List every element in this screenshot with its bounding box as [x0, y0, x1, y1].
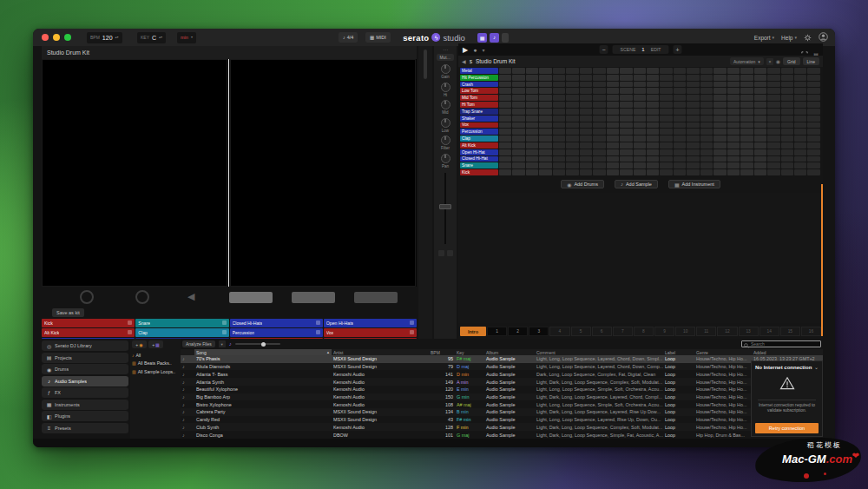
step-cell[interactable] — [727, 156, 740, 162]
drum-pad[interactable]: Kick — [42, 319, 135, 327]
step-cell[interactable] — [660, 82, 672, 88]
scale-value[interactable]: min — [181, 35, 188, 40]
step-cell[interactable] — [607, 162, 619, 169]
slider-thumb[interactable] — [261, 342, 266, 347]
step-cell[interactable] — [647, 82, 659, 88]
step-cell[interactable] — [713, 88, 726, 94]
track-name-pill[interactable]: Closed Hi-Hat — [460, 156, 498, 162]
step-cell[interactable] — [647, 135, 659, 142]
step-cell[interactable] — [727, 162, 740, 169]
track-name-pill[interactable]: Percussion — [460, 129, 498, 135]
step-cell[interactable] — [713, 102, 726, 108]
step-cell[interactable] — [607, 68, 619, 74]
step-cell[interactable] — [553, 156, 565, 162]
scene-minus-button[interactable]: − — [599, 45, 608, 54]
step-cell[interactable] — [713, 162, 726, 169]
step-cell[interactable] — [700, 162, 713, 169]
help-button[interactable]: Help ▾ — [781, 35, 797, 41]
step-cell[interactable] — [660, 135, 672, 142]
column-header-icon[interactable] — [181, 349, 194, 355]
step-cell[interactable] — [580, 162, 592, 169]
step-cell[interactable] — [687, 135, 699, 142]
key-control[interactable]: KEY C ▴▾ — [137, 32, 166, 43]
step-cell[interactable] — [634, 109, 646, 115]
step-cell[interactable] — [740, 162, 753, 169]
step-cell[interactable] — [740, 68, 753, 74]
preview-note-icon[interactable]: ♪ — [229, 341, 232, 347]
add-drums-button[interactable]: ◉Add Drums — [561, 180, 604, 188]
step-cell[interactable] — [499, 116, 511, 122]
play-icon[interactable]: ▶ — [463, 46, 468, 54]
save-as-kit-button[interactable]: Save as kit — [52, 308, 84, 317]
sidebar-item-fx[interactable]: ƒFX — [42, 387, 128, 398]
step-cell[interactable] — [499, 129, 511, 135]
channel-knob[interactable]: Hi — [441, 83, 450, 97]
step-cell[interactable] — [593, 156, 605, 162]
step-cell[interactable] — [580, 116, 592, 122]
step-cell[interactable] — [526, 149, 538, 155]
step-cell[interactable] — [634, 135, 646, 142]
step-cell[interactable] — [807, 102, 819, 108]
track-name-pill[interactable]: Trap Snare — [460, 109, 498, 115]
step-cell[interactable] — [647, 116, 659, 122]
step-cell[interactable] — [754, 109, 766, 115]
step-cell[interactable] — [767, 156, 779, 162]
step-cell[interactable] — [539, 82, 551, 88]
step-cell[interactable] — [781, 142, 793, 149]
step-cell[interactable] — [580, 109, 592, 115]
step-cell[interactable] — [566, 75, 578, 81]
step-cell[interactable] — [593, 102, 605, 108]
step-cell[interactable] — [740, 135, 753, 142]
step-cell[interactable] — [553, 116, 565, 122]
step-cell[interactable] — [781, 88, 793, 94]
step-cell[interactable] — [553, 75, 565, 81]
preview-volume-slider[interactable] — [235, 343, 280, 345]
step-cell[interactable] — [499, 82, 511, 88]
knob-dial-icon[interactable] — [441, 83, 450, 92]
step-cell[interactable] — [607, 135, 619, 142]
step-cell[interactable] — [687, 162, 699, 169]
step-cell[interactable] — [526, 122, 538, 129]
step-cell[interactable] — [539, 142, 551, 149]
step-cell[interactable] — [607, 129, 619, 135]
knob-dial-icon[interactable] — [441, 154, 450, 163]
step-cell[interactable] — [700, 75, 713, 81]
knob-dial-icon[interactable] — [441, 118, 450, 128]
step-cell[interactable] — [794, 149, 806, 155]
step-cell[interactable] — [593, 75, 605, 81]
step-cell[interactable] — [713, 129, 726, 135]
channel-knob[interactable]: Filter — [441, 135, 450, 150]
step-cell[interactable] — [634, 95, 646, 101]
step-cell[interactable] — [539, 102, 551, 108]
track-name-pill[interactable]: Hit Percussion — [460, 75, 498, 81]
time-signature-button[interactable]: ♪ 4/4 — [339, 32, 358, 43]
step-cell[interactable] — [674, 68, 686, 74]
add-instrument-crate-button[interactable]: +▦ — [148, 340, 163, 348]
sidebar-item-projects[interactable]: ▤Projects — [42, 353, 128, 363]
step-cell[interactable] — [767, 129, 779, 135]
step-cell[interactable] — [807, 109, 819, 115]
step-cell[interactable] — [807, 129, 819, 135]
fader-thumb[interactable] — [439, 204, 451, 209]
step-cell[interactable] — [781, 116, 793, 122]
key-stepper-icon[interactable]: ▴▾ — [159, 36, 162, 38]
step-cell[interactable] — [807, 169, 819, 175]
scale-dropdown[interactable]: min ▾ — [177, 32, 196, 43]
knob-dial-icon[interactable] — [441, 135, 450, 145]
scene-slot[interactable]: 1 — [487, 327, 507, 336]
step-cell[interactable] — [553, 169, 565, 175]
scene-slot[interactable]: 12 — [717, 327, 737, 336]
step-cell[interactable] — [781, 68, 793, 74]
step-cell[interactable] — [754, 95, 766, 101]
step-cell[interactable] — [687, 102, 699, 108]
step-cell[interactable] — [580, 122, 592, 129]
step-cell[interactable] — [794, 95, 806, 101]
track-name-pill[interactable]: Kick — [460, 169, 498, 175]
step-cell[interactable] — [700, 102, 713, 108]
step-cell[interactable] — [634, 129, 646, 135]
step-cell[interactable] — [687, 129, 699, 135]
track-name-pill[interactable]: Snare — [460, 162, 498, 169]
step-cell[interactable] — [499, 149, 511, 155]
channel-knob[interactable]: Gain — [441, 64, 450, 79]
step-cell[interactable] — [580, 129, 592, 135]
